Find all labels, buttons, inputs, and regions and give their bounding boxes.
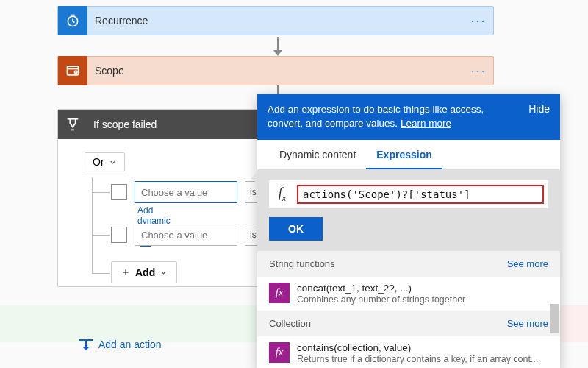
category-name: String functions <box>269 258 335 269</box>
see-more-link[interactable]: See more <box>507 258 548 269</box>
add-label: Add <box>135 266 155 278</box>
arrow-down-icon <box>273 37 282 56</box>
chevron-down-icon <box>159 269 168 277</box>
add-condition-button[interactable]: ＋ Add <box>111 261 177 283</box>
row-checkbox[interactable] <box>111 227 127 243</box>
see-more-link[interactable]: See more <box>507 318 548 329</box>
condition-title: If scope failed <box>87 118 157 130</box>
operator-label: Or <box>93 156 104 168</box>
function-description: Combines any number of strings together <box>297 294 548 305</box>
row-checkbox[interactable] <box>111 184 127 200</box>
category-header: String functions See more <box>257 251 560 277</box>
category-header: Collection See more <box>257 311 560 336</box>
panel-header: Add an expression to do basic things lik… <box>257 94 560 140</box>
condition-row: is eq <box>111 180 274 205</box>
fx-icon: fx <box>269 283 290 303</box>
function-item[interactable]: fx concat(text_1, text_2?, ...) Combines… <box>257 277 560 311</box>
condition-icon <box>58 110 87 139</box>
learn-more-link[interactable]: Learn more <box>401 118 451 129</box>
expression-input-row: fx <box>269 180 548 208</box>
expression-input[interactable] <box>297 185 544 204</box>
add-action-label: Add an action <box>98 339 162 350</box>
svg-point-2 <box>75 71 77 73</box>
plus-icon: ＋ <box>121 266 131 279</box>
function-item[interactable]: fx contains(collection, value) Returns t… <box>257 336 560 368</box>
scope-card[interactable]: Scope ··· <box>57 56 494 85</box>
function-signature: concat(text_1, text_2?, ...) <box>297 283 548 294</box>
recurrence-menu-icon[interactable]: ··· <box>464 13 493 29</box>
recurrence-card[interactable]: Recurrence ··· <box>57 6 494 35</box>
tab-expression[interactable]: Expression <box>366 140 442 169</box>
operator-dropdown[interactable]: Or <box>85 152 125 171</box>
category-name: Collection <box>269 318 311 329</box>
scope-icon <box>58 56 87 85</box>
hide-button[interactable]: Hide <box>528 103 550 131</box>
fx-icon: fx <box>269 342 290 363</box>
expression-panel: Add an expression to do basic things lik… <box>257 94 560 368</box>
panel-tip: Add an expression to do basic things lik… <box>268 104 484 129</box>
connector-line <box>277 85 279 94</box>
scope-title: Scope <box>87 65 464 77</box>
tab-dynamic-content[interactable]: Dynamic content <box>269 140 366 169</box>
scrollbar-thumb[interactable] <box>550 304 559 333</box>
function-signature: contains(collection, value) <box>297 342 548 353</box>
chevron-down-icon <box>109 158 117 166</box>
true-branch-zone <box>0 305 294 342</box>
value-input[interactable] <box>135 181 237 203</box>
insert-step-icon <box>79 339 93 350</box>
scope-menu-icon[interactable]: ··· <box>464 63 493 79</box>
panel-tabs: Dynamic content Expression <box>257 140 560 170</box>
value-input[interactable] <box>135 224 237 246</box>
recurrence-title: Recurrence <box>87 15 464 26</box>
clock-icon <box>58 6 87 35</box>
add-action-button[interactable]: Add an action <box>79 339 162 350</box>
panel-beak <box>251 172 257 184</box>
ok-button[interactable]: OK <box>269 217 323 241</box>
fx-icon: fx <box>269 185 295 202</box>
condition-row: is eq <box>111 222 274 247</box>
function-description: Returns true if a dictionary contains a … <box>297 354 548 364</box>
